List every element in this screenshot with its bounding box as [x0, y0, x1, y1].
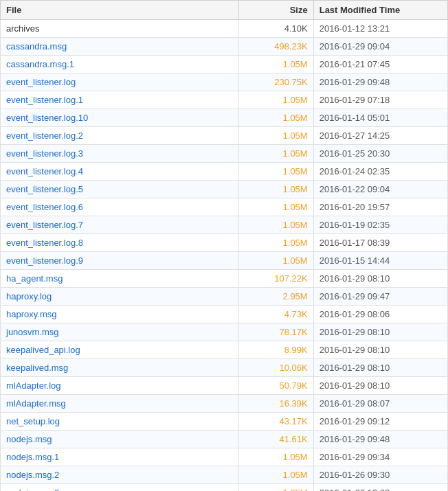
file-name[interactable]: mlAdapter.msg	[1, 395, 239, 413]
table-row[interactable]: cassandra.msg498.23K2016-01-29 09:04	[1, 38, 448, 56]
file-date: 2016-01-29 08:10	[313, 359, 447, 377]
file-name[interactable]: event_listener.log	[1, 73, 239, 91]
file-name[interactable]: event_listener.log.9	[1, 252, 239, 270]
file-size: 1.05M	[239, 252, 314, 270]
table-row[interactable]: event_listener.log.41.05M2016-01-24 02:3…	[1, 163, 448, 181]
file-date: 2016-01-29 08:10	[313, 270, 447, 288]
file-name[interactable]: cassandra.msg.1	[1, 56, 239, 73]
file-size: 50.79K	[239, 377, 314, 395]
table-row[interactable]: nodejs.msg.31.05M2016-01-22 12:28	[1, 484, 448, 492]
file-date: 2016-01-29 09:48	[313, 431, 447, 448]
file-name[interactable]: event_listener.log.3	[1, 145, 239, 163]
table-row[interactable]: mlAdapter.msg16.39K2016-01-29 08:07	[1, 395, 448, 413]
file-name[interactable]: event_listener.log.5	[1, 181, 239, 198]
file-name[interactable]: ha_agent.msg	[1, 270, 239, 288]
table-row[interactable]: event_listener.log.21.05M2016-01-27 14:2…	[1, 127, 448, 145]
file-size: 78.17K	[239, 323, 314, 341]
file-column-header: File	[1, 1, 239, 20]
file-date: 2016-01-14 05:01	[313, 109, 447, 127]
file-date: 2016-01-19 02:35	[313, 216, 447, 234]
file-table: File Size Last Modified Time archives4.1…	[0, 0, 448, 491]
table-row[interactable]: event_listener.log.51.05M2016-01-22 09:0…	[1, 181, 448, 198]
table-row[interactable]: ha_agent.msg107.22K2016-01-29 08:10	[1, 270, 448, 288]
table-row[interactable]: keepalived.msg10.06K2016-01-29 08:10	[1, 359, 448, 377]
file-date: 2016-01-29 08:10	[313, 341, 447, 359]
file-name[interactable]: cassandra.msg	[1, 38, 239, 56]
file-date: 2016-01-29 07:18	[313, 91, 447, 109]
file-name[interactable]: archives	[1, 20, 239, 38]
file-name[interactable]: nodejs.msg.2	[1, 466, 239, 484]
file-size: 1.05M	[239, 484, 314, 492]
file-date: 2016-01-24 02:35	[313, 163, 447, 181]
table-row[interactable]: event_listener.log.31.05M2016-01-25 20:3…	[1, 145, 448, 163]
file-name[interactable]: event_listener.log.1	[1, 91, 239, 109]
table-row[interactable]: event_listener.log.11.05M2016-01-29 07:1…	[1, 91, 448, 109]
table-row[interactable]: event_listener.log.81.05M2016-01-17 08:3…	[1, 234, 448, 252]
file-date: 2016-01-12 13:21	[313, 20, 447, 38]
table-row[interactable]: keepalived_api.log8.99K2016-01-29 08:10	[1, 341, 448, 359]
file-size: 1.05M	[239, 145, 314, 163]
file-name[interactable]: keepalived_api.log	[1, 341, 239, 359]
table-row[interactable]: event_listener.log.61.05M2016-01-20 19:5…	[1, 198, 448, 216]
table-row[interactable]: event_listener.log.71.05M2016-01-19 02:3…	[1, 216, 448, 234]
file-date: 2016-01-20 19:57	[313, 198, 447, 216]
file-name[interactable]: event_listener.log.2	[1, 127, 239, 145]
file-size: 1.05M	[239, 91, 314, 109]
file-date: 2016-01-15 14:44	[313, 252, 447, 270]
file-name[interactable]: event_listener.log.10	[1, 109, 239, 127]
file-date: 2016-01-29 09:48	[313, 73, 447, 91]
table-row[interactable]: event_listener.log.91.05M2016-01-15 14:4…	[1, 252, 448, 270]
file-name[interactable]: nodejs.msg	[1, 431, 239, 448]
file-date: 2016-01-26 09:30	[313, 466, 447, 484]
file-name[interactable]: haproxy.log	[1, 288, 239, 306]
file-name[interactable]: event_listener.log.6	[1, 198, 239, 216]
table-row[interactable]: event_listener.log230.75K2016-01-29 09:4…	[1, 73, 448, 91]
file-date: 2016-01-27 14:25	[313, 127, 447, 145]
file-name[interactable]: event_listener.log.8	[1, 234, 239, 252]
file-size: 4.73K	[239, 306, 314, 323]
table-row[interactable]: archives4.10K2016-01-12 13:21	[1, 20, 448, 38]
table-row[interactable]: nodejs.msg.11.05M2016-01-29 09:34	[1, 448, 448, 466]
file-size: 4.10K	[239, 20, 314, 38]
table-row[interactable]: nodejs.msg.21.05M2016-01-26 09:30	[1, 466, 448, 484]
file-name[interactable]: nodejs.msg.1	[1, 448, 239, 466]
file-date: 2016-01-29 09:12	[313, 413, 447, 431]
file-name[interactable]: mlAdapter.log	[1, 377, 239, 395]
file-date: 2016-01-22 12:28	[313, 484, 447, 492]
file-name[interactable]: event_listener.log.4	[1, 163, 239, 181]
date-column-header: Last Modified Time	[313, 1, 447, 20]
file-size: 1.05M	[239, 448, 314, 466]
file-size: 1.05M	[239, 109, 314, 127]
file-size: 1.05M	[239, 181, 314, 198]
file-size: 1.05M	[239, 234, 314, 252]
file-size: 1.05M	[239, 163, 314, 181]
table-row[interactable]: junosvm.msg78.17K2016-01-29 08:10	[1, 323, 448, 341]
file-name[interactable]: nodejs.msg.3	[1, 484, 239, 492]
table-row[interactable]: nodejs.msg41.61K2016-01-29 09:48	[1, 431, 448, 448]
table-row[interactable]: cassandra.msg.11.05M2016-01-21 07:45	[1, 56, 448, 73]
file-name[interactable]: event_listener.log.7	[1, 216, 239, 234]
file-name[interactable]: haproxy.msg	[1, 306, 239, 323]
table-row[interactable]: net_setup.log43.17K2016-01-29 09:12	[1, 413, 448, 431]
file-size: 1.05M	[239, 127, 314, 145]
file-date: 2016-01-29 09:34	[313, 448, 447, 466]
table-row[interactable]: event_listener.log.101.05M2016-01-14 05:…	[1, 109, 448, 127]
file-name[interactable]: keepalived.msg	[1, 359, 239, 377]
file-size: 230.75K	[239, 73, 314, 91]
file-size: 1.05M	[239, 216, 314, 234]
table-row[interactable]: haproxy.log2.95M2016-01-29 09:47	[1, 288, 448, 306]
file-date: 2016-01-29 08:07	[313, 395, 447, 413]
file-date: 2016-01-17 08:39	[313, 234, 447, 252]
file-size: 2.95M	[239, 288, 314, 306]
file-size: 498.23K	[239, 38, 314, 56]
table-row[interactable]: mlAdapter.log50.79K2016-01-29 08:10	[1, 377, 448, 395]
file-date: 2016-01-29 08:10	[313, 323, 447, 341]
file-date: 2016-01-25 20:30	[313, 145, 447, 163]
table-row[interactable]: haproxy.msg4.73K2016-01-29 08:06	[1, 306, 448, 323]
file-size: 1.05M	[239, 466, 314, 484]
file-date: 2016-01-22 09:04	[313, 181, 447, 198]
file-size: 41.61K	[239, 431, 314, 448]
file-name[interactable]: junosvm.msg	[1, 323, 239, 341]
file-name[interactable]: net_setup.log	[1, 413, 239, 431]
file-size: 8.99K	[239, 341, 314, 359]
